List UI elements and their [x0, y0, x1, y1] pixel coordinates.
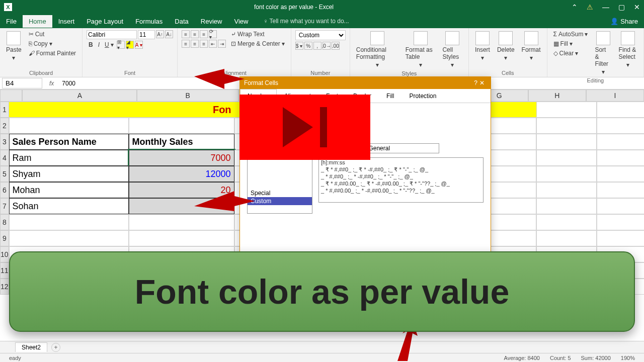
- cell-B5[interactable]: 12000: [129, 166, 234, 182]
- maximize-icon[interactable]: ▢: [618, 3, 625, 11]
- format-as-table-button[interactable]: Format as Table ▾: [404, 30, 438, 69]
- autosum-button[interactable]: Σ AutoSum ▾: [551, 30, 590, 38]
- row-header-10[interactable]: 10: [0, 246, 9, 262]
- decrease-decimal-icon[interactable]: .00: [332, 42, 340, 50]
- cell-H7[interactable]: [536, 198, 597, 214]
- align-left-icon[interactable]: ≡: [182, 40, 190, 48]
- cell-H6[interactable]: [536, 182, 597, 198]
- align-top-icon[interactable]: ≡: [182, 30, 190, 38]
- dialog-tab-protection[interactable]: Protection: [401, 89, 444, 103]
- tell-me-search[interactable]: ♀ Tell me what you want to do...: [254, 18, 349, 25]
- indent-increase-icon[interactable]: ⇥: [218, 40, 226, 48]
- select-all-corner[interactable]: [0, 89, 22, 102]
- minimize-icon[interactable]: —: [602, 3, 609, 11]
- warning-icon[interactable]: ⚠: [587, 3, 593, 11]
- tab-view[interactable]: View: [228, 15, 254, 28]
- paste-button[interactable]: Paste ▾: [4, 30, 24, 62]
- fill-color-button[interactable]: ◢ ▾: [126, 41, 134, 49]
- cell-I2[interactable]: [597, 118, 644, 134]
- cell-A4[interactable]: Ram: [9, 150, 129, 166]
- format-painter-button[interactable]: 🖌 Format Painter: [27, 49, 78, 57]
- clear-button[interactable]: ◇ Clear ▾: [551, 49, 590, 57]
- underline-button[interactable]: U ▾: [103, 41, 116, 49]
- align-bottom-icon[interactable]: ≡: [200, 30, 208, 38]
- italic-button[interactable]: I: [96, 41, 102, 49]
- font-size-select[interactable]: [138, 30, 155, 39]
- tab-page-layout[interactable]: Page Layout: [80, 15, 129, 28]
- cell-styles-button[interactable]: Cell Styles ▾: [440, 30, 464, 69]
- percent-format-icon[interactable]: %: [304, 42, 312, 50]
- format-cells-button[interactable]: Format ▾: [520, 30, 543, 62]
- dialog-close-icon[interactable]: ✕: [477, 79, 487, 86]
- comma-format-icon[interactable]: ,: [313, 42, 321, 50]
- cell-I6[interactable]: [597, 182, 644, 198]
- row-header-1[interactable]: 1: [0, 102, 9, 118]
- dialog-titlebar[interactable]: Format Cells ? ✕: [240, 77, 491, 89]
- col-header-I[interactable]: I: [586, 89, 644, 102]
- fill-button[interactable]: ▦ Fill ▾: [551, 40, 590, 48]
- row-header-6[interactable]: 6: [0, 182, 9, 198]
- cell-A2[interactable]: [9, 118, 129, 134]
- border-button[interactable]: ⊞ ▾: [117, 41, 125, 49]
- cell-A8[interactable]: [9, 214, 129, 230]
- format-type-list[interactable]: [h]:mm:ss_ ₹ * #,##0_ ;_ ₹ * -#,##0_ ;_ …: [318, 157, 484, 203]
- cell-A6[interactable]: Mohan: [9, 182, 129, 198]
- row-header-7[interactable]: 7: [0, 198, 9, 214]
- dialog-tab-fill[interactable]: Fill: [379, 89, 401, 103]
- merge-center-button[interactable]: ⊡ Merge & Center ▾: [229, 40, 287, 48]
- align-center-icon[interactable]: ≡: [191, 40, 199, 48]
- col-header-A[interactable]: A: [22, 89, 137, 102]
- align-middle-icon[interactable]: ≡: [191, 30, 199, 38]
- cell-I5[interactable]: [597, 166, 644, 182]
- row-header-12[interactable]: 12: [0, 279, 9, 295]
- add-sheet-button[interactable]: +: [51, 343, 60, 352]
- delete-cells-button[interactable]: Delete ▾: [495, 30, 517, 62]
- cell-A1[interactable]: [9, 102, 129, 118]
- cell-H9[interactable]: [536, 230, 597, 246]
- cell-B9[interactable]: [129, 230, 234, 246]
- play-overlay[interactable]: [239, 95, 370, 160]
- row-header-11[interactable]: 11: [0, 262, 9, 279]
- dialog-help-icon[interactable]: ?: [474, 79, 477, 86]
- cell-H5[interactable]: [536, 166, 597, 182]
- cell-I7[interactable]: [597, 198, 644, 214]
- bold-button[interactable]: B: [87, 41, 95, 49]
- cut-button[interactable]: ✂ Cut: [27, 30, 78, 38]
- tab-formulas[interactable]: Formulas: [129, 15, 169, 28]
- find-select-button[interactable]: Find & Select ▾: [617, 30, 639, 69]
- tab-file[interactable]: File: [0, 15, 23, 28]
- accounting-format-icon[interactable]: $ ▾: [295, 42, 303, 50]
- cell-I1[interactable]: [597, 102, 644, 118]
- close-icon[interactable]: ✕: [634, 3, 640, 11]
- row-header-4[interactable]: 4: [0, 150, 9, 166]
- copy-button[interactable]: ⎘ Copy ▾: [27, 40, 78, 48]
- cell-I8[interactable]: [597, 214, 644, 230]
- sort-filter-button[interactable]: Sort & Filter ▾: [593, 30, 613, 76]
- cell-B4[interactable]: 7000: [129, 150, 234, 166]
- category-custom[interactable]: Custom: [248, 197, 312, 205]
- cell-B2[interactable]: [129, 118, 234, 134]
- cell-A3[interactable]: Sales Person Name: [9, 134, 129, 150]
- cell-H2[interactable]: [536, 118, 597, 134]
- name-box[interactable]: [2, 78, 42, 88]
- align-right-icon[interactable]: ≡: [200, 40, 208, 48]
- grow-font-icon[interactable]: A↑: [156, 30, 164, 38]
- orientation-icon[interactable]: ⟳ ▾: [209, 30, 217, 38]
- ribbon-options-icon[interactable]: ⌃: [572, 3, 578, 11]
- indent-decrease-icon[interactable]: ⇤: [209, 40, 217, 48]
- cell-I9[interactable]: [597, 230, 644, 246]
- cell-I3[interactable]: [597, 134, 644, 150]
- tab-insert[interactable]: Insert: [52, 15, 81, 28]
- font-name-select[interactable]: [87, 30, 137, 39]
- sheet-tab-sheet2[interactable]: Sheet2: [15, 342, 47, 352]
- col-header-H[interactable]: H: [528, 89, 586, 102]
- tab-review[interactable]: Review: [195, 15, 228, 28]
- cell-A5[interactable]: Shyam: [9, 166, 129, 182]
- font-color-button[interactable]: A ▾: [135, 41, 143, 49]
- category-special[interactable]: Special: [248, 189, 312, 197]
- row-header-8[interactable]: 8: [0, 214, 9, 230]
- row-header-2[interactable]: 2: [0, 118, 9, 134]
- cell-H4[interactable]: [536, 150, 597, 166]
- fx-icon[interactable]: fx: [44, 80, 59, 87]
- shrink-font-icon[interactable]: A↓: [165, 30, 173, 38]
